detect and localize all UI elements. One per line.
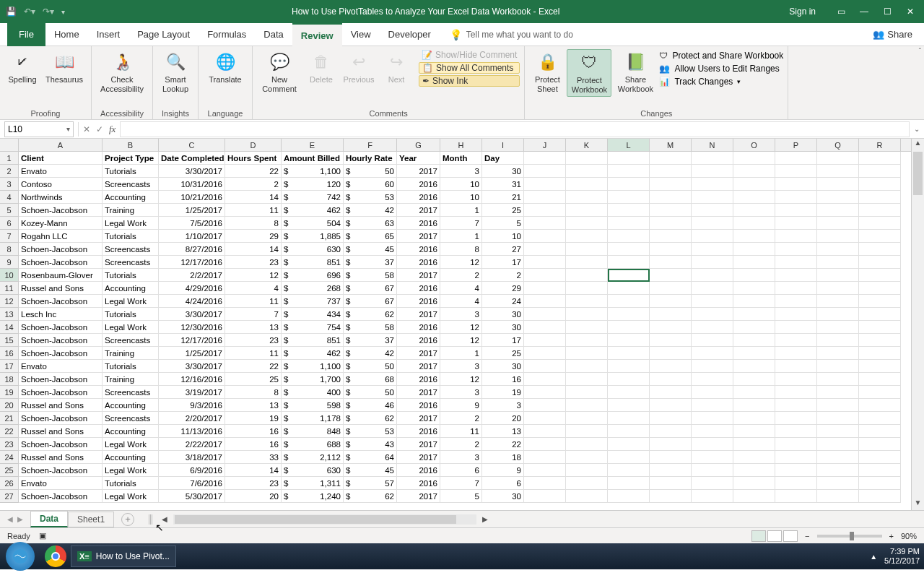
- cell[interactable]: [524, 451, 566, 464]
- cell[interactable]: [775, 464, 817, 477]
- cell[interactable]: [692, 438, 733, 451]
- cell[interactable]: 2: [482, 269, 524, 282]
- cell[interactable]: [859, 399, 901, 412]
- column-header[interactable]: F: [344, 139, 397, 151]
- cell[interactable]: [733, 490, 775, 503]
- cell[interactable]: [566, 386, 608, 399]
- cell[interactable]: $60: [344, 178, 397, 191]
- cell[interactable]: $851: [282, 256, 344, 269]
- cell[interactable]: [859, 477, 901, 490]
- collapse-ribbon-icon[interactable]: ˆ: [919, 48, 921, 56]
- share-workbook-button[interactable]: 📗Share Workbook: [613, 49, 658, 95]
- cell[interactable]: Tutorials: [103, 269, 159, 282]
- cell[interactable]: Legal Work: [103, 490, 159, 503]
- tab-file[interactable]: File: [7, 23, 45, 46]
- cell[interactable]: [817, 282, 859, 295]
- protect-share-workbook-button[interactable]: 🛡 Protect and Share Workbook: [659, 51, 783, 61]
- view-page-layout-button[interactable]: [767, 530, 782, 542]
- cell[interactable]: [692, 490, 733, 503]
- cell[interactable]: 10/31/2016: [159, 178, 225, 191]
- cell[interactable]: Accounting: [103, 451, 159, 464]
- row-header[interactable]: 24: [0, 451, 19, 464]
- chrome-taskbar-icon[interactable]: [45, 545, 66, 567]
- cell[interactable]: $1,240: [282, 490, 344, 503]
- cell[interactable]: $120: [282, 178, 344, 191]
- tab-data[interactable]: Data: [255, 23, 292, 46]
- cell[interactable]: [692, 464, 733, 477]
- cell[interactable]: 8: [440, 243, 482, 256]
- cell[interactable]: Schoen-Jacobson: [19, 464, 103, 477]
- cell[interactable]: [650, 451, 692, 464]
- cell[interactable]: [733, 204, 775, 217]
- cell[interactable]: Envato: [19, 477, 103, 490]
- cell[interactable]: [859, 191, 901, 204]
- row-header[interactable]: 25: [0, 464, 19, 477]
- cell[interactable]: 19: [225, 412, 282, 425]
- sheet-split-handle[interactable]: [149, 514, 153, 525]
- cell[interactable]: Schoen-Jacobson: [19, 295, 103, 308]
- cell[interactable]: 12: [440, 321, 482, 334]
- cell[interactable]: [650, 152, 692, 165]
- cell[interactable]: 7/5/2016: [159, 217, 225, 230]
- cell[interactable]: [817, 269, 859, 282]
- cell[interactable]: $63: [344, 217, 397, 230]
- cell[interactable]: [566, 438, 608, 451]
- cell[interactable]: [650, 191, 692, 204]
- row-header[interactable]: 3: [0, 178, 19, 191]
- cell[interactable]: [692, 334, 733, 347]
- cell[interactable]: [775, 412, 817, 425]
- cell[interactable]: Schoen-Jacobson: [19, 386, 103, 399]
- cell[interactable]: Legal Work: [103, 217, 159, 230]
- cell[interactable]: 22: [225, 165, 282, 178]
- cell[interactable]: [775, 191, 817, 204]
- cell[interactable]: [650, 399, 692, 412]
- cell[interactable]: [608, 425, 650, 438]
- cell[interactable]: [566, 152, 608, 165]
- fx-icon[interactable]: fx: [109, 124, 116, 135]
- row-header[interactable]: 17: [0, 360, 19, 373]
- cell[interactable]: [566, 464, 608, 477]
- cell[interactable]: 23: [225, 256, 282, 269]
- cell[interactable]: $46: [344, 399, 397, 412]
- cell[interactable]: [817, 165, 859, 178]
- cell[interactable]: 17: [482, 334, 524, 347]
- cell[interactable]: [817, 412, 859, 425]
- cell[interactable]: [608, 412, 650, 425]
- cell[interactable]: $58: [344, 269, 397, 282]
- cell[interactable]: Legal Work: [103, 321, 159, 334]
- row-header[interactable]: 7: [0, 230, 19, 243]
- scroll-down-icon[interactable]: ▼: [912, 499, 924, 510]
- cell[interactable]: [775, 178, 817, 191]
- cell[interactable]: 13: [225, 321, 282, 334]
- cell[interactable]: $45: [344, 464, 397, 477]
- cell[interactable]: [859, 269, 901, 282]
- cell[interactable]: [692, 282, 733, 295]
- cell[interactable]: Training: [103, 347, 159, 360]
- cell[interactable]: 2017: [397, 490, 440, 503]
- cell[interactable]: 29: [482, 282, 524, 295]
- cell[interactable]: 19: [482, 386, 524, 399]
- column-header[interactable]: J: [524, 139, 566, 151]
- cell[interactable]: [817, 425, 859, 438]
- tab-page-layout[interactable]: Page Layout: [128, 23, 199, 46]
- cell[interactable]: 30: [482, 360, 524, 373]
- cell[interactable]: 12: [440, 256, 482, 269]
- zoom-level[interactable]: 90%: [901, 532, 917, 540]
- cell[interactable]: 14: [225, 243, 282, 256]
- cell[interactable]: Training: [103, 373, 159, 386]
- cell[interactable]: 9/3/2016: [159, 399, 225, 412]
- cell[interactable]: Legal Work: [103, 438, 159, 451]
- cell[interactable]: $37: [344, 256, 397, 269]
- cell[interactable]: [524, 243, 566, 256]
- cell[interactable]: [775, 438, 817, 451]
- tray-overflow-icon[interactable]: ▲: [870, 553, 877, 561]
- cell[interactable]: [692, 308, 733, 321]
- cell[interactable]: 22: [482, 438, 524, 451]
- cell[interactable]: [524, 256, 566, 269]
- cell[interactable]: 6: [440, 464, 482, 477]
- sheet-nav-next-icon[interactable]: ▶: [17, 515, 23, 523]
- cell[interactable]: 18: [482, 451, 524, 464]
- cell[interactable]: [775, 243, 817, 256]
- cell[interactable]: 12: [225, 269, 282, 282]
- column-header[interactable]: H: [440, 139, 482, 151]
